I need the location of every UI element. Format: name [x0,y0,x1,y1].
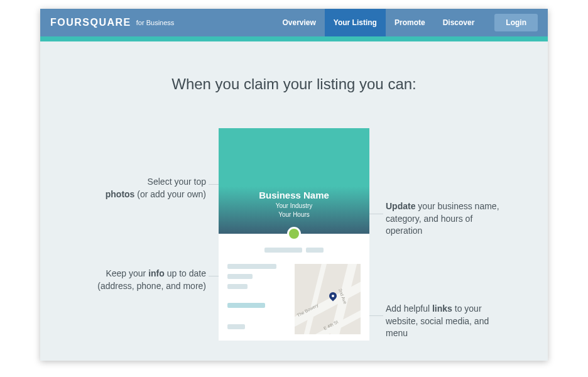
listing-preview-card: Business Name Your Industry Your Hours [219,128,369,341]
page-title: When you claim your listing you can: [40,75,548,93]
nav-overview[interactable]: Overview [273,9,324,36]
callout-links: Add helpful links to your website, socia… [386,303,511,340]
status-dot-icon [287,227,301,241]
map-thumbnail: The Bowery 2nd Ave E 4th St [295,264,361,334]
nav-discover[interactable]: Discover [434,9,484,36]
placeholder-link-line [227,303,265,308]
placeholder-line [306,248,324,253]
accent-strip [40,36,548,41]
callout-info: Keep your info up to date (address, phon… [69,268,206,292]
card-body: The Bowery 2nd Ave E 4th St [219,234,369,341]
placeholder-line [227,264,276,269]
business-industry: Your Industry [219,202,369,209]
top-nav: FOURSQUARE for Business Overview Your Li… [40,9,548,36]
business-hours: Your Hours [219,211,369,218]
callout-photos: Select your top photos (or add your own) [69,176,206,200]
placeholder-line [227,274,253,279]
login-button[interactable]: Login [494,14,538,31]
placeholder-line [264,248,302,253]
logo: FOURSQUARE [50,17,131,28]
nav-your-listing[interactable]: Your Listing [325,9,386,36]
business-name: Business Name [219,128,369,200]
nav-promote[interactable]: Promote [386,9,434,36]
callout-update: Update your business name, category, and… [386,200,511,238]
placeholder-line [227,284,248,289]
info-placeholder-block [227,264,286,334]
card-header: Business Name Your Industry Your Hours [219,128,369,234]
placeholder-line [227,324,245,329]
brand-suffix: for Business [136,19,175,26]
